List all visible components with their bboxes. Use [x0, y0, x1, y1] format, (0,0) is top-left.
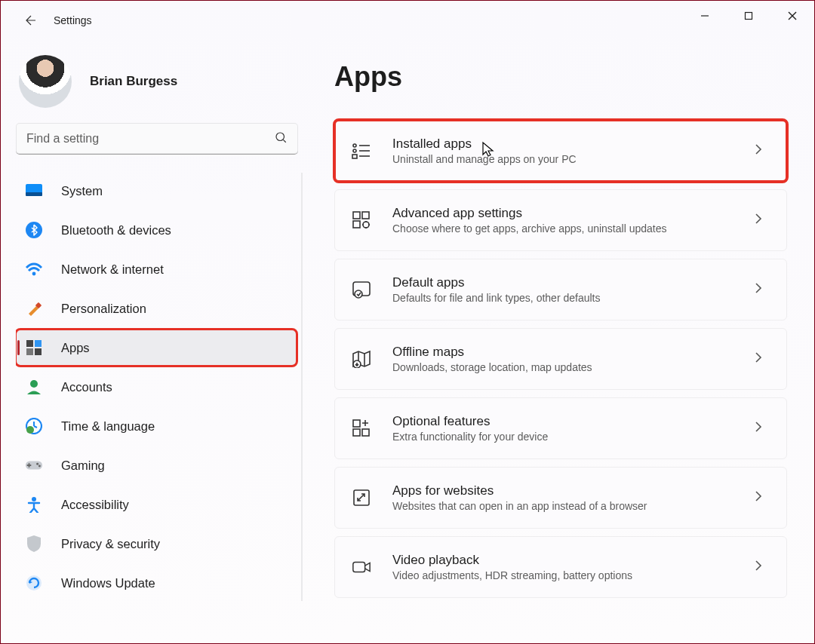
- sidebar-item-label: Accounts: [61, 380, 112, 394]
- accessibility-icon: [25, 495, 43, 514]
- sidebar-item-label: Personalization: [61, 302, 146, 316]
- svg-point-19: [36, 463, 38, 465]
- close-button[interactable]: [770, 1, 814, 31]
- settings-card-optional[interactable]: Optional featuresExtra functionality for…: [334, 397, 787, 459]
- svg-rect-13: [26, 348, 33, 355]
- update-icon: [25, 574, 43, 592]
- svg-rect-7: [26, 192, 42, 196]
- clock-icon: [25, 417, 43, 435]
- card-title: Apps for websites: [392, 483, 755, 498]
- svg-point-20: [38, 465, 41, 467]
- websites-icon: [352, 488, 371, 508]
- svg-line-5: [283, 140, 285, 142]
- card-title: Advanced app settings: [392, 206, 755, 221]
- settings-card-map[interactable]: Offline mapsDownloads, storage location,…: [334, 328, 787, 390]
- svg-point-32: [363, 222, 369, 228]
- sidebar-item-label: System: [61, 184, 103, 198]
- svg-point-15: [30, 380, 38, 388]
- optional-icon: [352, 419, 371, 438]
- svg-rect-31: [353, 221, 360, 228]
- settings-card-video[interactable]: Video playbackVideo adjustments, HDR str…: [334, 536, 787, 598]
- sidebar-item-shield[interactable]: Privacy & security: [16, 526, 297, 562]
- svg-rect-25: [352, 155, 357, 158]
- window-controls: [683, 1, 814, 31]
- chevron-right-icon: [755, 213, 770, 228]
- sidebar-item-brush[interactable]: Personalization: [16, 290, 297, 327]
- svg-rect-12: [35, 340, 42, 347]
- card-title: Optional features: [392, 414, 755, 429]
- chevron-right-icon: [755, 421, 770, 436]
- video-icon: [352, 557, 371, 577]
- sidebar-item-label: Windows Update: [61, 576, 155, 590]
- card-title: Offline maps: [392, 345, 755, 360]
- card-subtitle: Choose where to get apps, archive apps, …: [392, 222, 755, 235]
- svg-rect-39: [353, 429, 360, 436]
- card-subtitle: Downloads, storage location, map updates: [392, 361, 755, 373]
- settings-card-default[interactable]: Default appsDefaults for file and link t…: [334, 259, 787, 320]
- sidebar-item-clock[interactable]: Time & language: [16, 408, 297, 444]
- bluetooth-icon: [25, 221, 43, 239]
- search-input[interactable]: [16, 123, 298, 155]
- sidebar-item-label: Apps: [61, 341, 90, 355]
- sidebar-item-accessibility[interactable]: Accessibility: [16, 486, 297, 523]
- svg-rect-30: [362, 212, 369, 219]
- svg-point-4: [276, 133, 284, 141]
- chevron-right-icon: [755, 560, 770, 575]
- user-name: Brian Burgess: [90, 74, 177, 89]
- card-subtitle: Video adjustments, HDR streaming, batter…: [392, 569, 755, 581]
- chevron-right-icon: [755, 351, 770, 366]
- sidebar-item-label: Accessibility: [61, 498, 129, 512]
- maximize-icon: [744, 11, 753, 20]
- advanced-icon: [352, 210, 371, 230]
- system-icon: [25, 182, 43, 200]
- account-icon: [25, 378, 43, 396]
- avatar: [19, 55, 72, 108]
- minimize-icon: [700, 11, 709, 20]
- back-button[interactable]: [16, 5, 46, 35]
- close-icon: [787, 11, 798, 21]
- maximize-button[interactable]: [727, 1, 770, 31]
- svg-rect-38: [353, 420, 360, 427]
- apps-icon: [25, 339, 43, 357]
- window-title: Settings: [54, 14, 92, 26]
- chevron-right-icon: [755, 490, 770, 505]
- card-subtitle: Defaults for file and link types, other …: [392, 292, 755, 304]
- svg-point-34: [355, 290, 362, 298]
- chevron-right-icon: [755, 143, 770, 158]
- sidebar-item-wifi[interactable]: Network & internet: [16, 251, 297, 287]
- card-subtitle: Websites that can open in an app instead…: [392, 500, 755, 512]
- settings-card-list: Installed appsUninstall and manage apps …: [334, 120, 787, 598]
- svg-point-9: [32, 272, 36, 276]
- svg-rect-42: [353, 563, 365, 572]
- sidebar-item-apps[interactable]: Apps: [16, 330, 297, 366]
- card-subtitle: Extra functionality for your device: [392, 431, 755, 443]
- chevron-right-icon: [755, 282, 770, 297]
- user-block[interactable]: Brian Burgess: [16, 55, 303, 108]
- svg-rect-29: [353, 212, 360, 219]
- gaming-icon: [25, 456, 43, 474]
- card-title: Installed apps: [392, 136, 755, 152]
- svg-rect-1: [746, 13, 752, 20]
- page-title: Apps: [334, 61, 787, 93]
- sidebar: Brian Burgess SystemBluetooth & devicesN…: [1, 40, 303, 643]
- card-title: Video playback: [392, 553, 755, 568]
- sidebar-item-update[interactable]: Windows Update: [16, 565, 297, 601]
- settings-card-websites[interactable]: Apps for websitesWebsites that can open …: [334, 467, 787, 529]
- minimize-button[interactable]: [683, 1, 727, 31]
- settings-card-installed[interactable]: Installed appsUninstall and manage apps …: [334, 120, 787, 182]
- svg-rect-40: [362, 429, 369, 436]
- sidebar-item-account[interactable]: Accounts: [16, 369, 297, 405]
- svg-point-21: [32, 497, 36, 501]
- sidebar-item-system[interactable]: System: [16, 173, 297, 209]
- default-icon: [352, 280, 371, 299]
- sidebar-item-label: Privacy & security: [61, 537, 160, 551]
- sidebar-item-label: Network & internet: [61, 262, 164, 277]
- svg-point-23: [353, 144, 356, 147]
- sidebar-item-bluetooth[interactable]: Bluetooth & devices: [16, 212, 297, 248]
- arrow-left-icon: [24, 14, 38, 27]
- settings-card-advanced[interactable]: Advanced app settingsChoose where to get…: [334, 189, 787, 251]
- nav-list: SystemBluetooth & devicesNetwork & inter…: [16, 173, 303, 601]
- shield-icon: [25, 535, 43, 553]
- sidebar-item-gaming[interactable]: Gaming: [16, 447, 297, 483]
- search-box[interactable]: [16, 123, 298, 155]
